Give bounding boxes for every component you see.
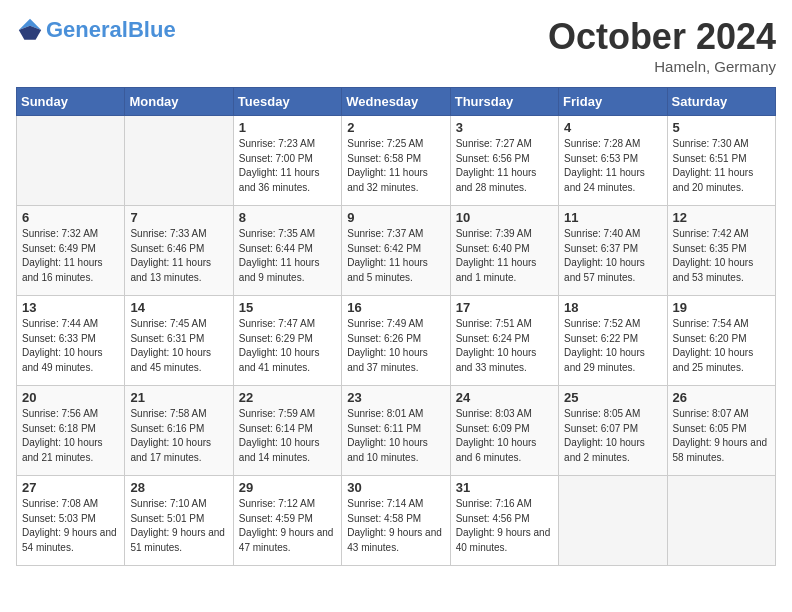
day-info: Sunrise: 7:44 AMSunset: 6:33 PMDaylight:… — [22, 317, 119, 375]
day-cell: 12Sunrise: 7:42 AMSunset: 6:35 PMDayligh… — [667, 206, 775, 296]
weekday-header-thursday: Thursday — [450, 88, 558, 116]
day-info: Sunrise: 7:40 AMSunset: 6:37 PMDaylight:… — [564, 227, 661, 285]
logo: GeneralBlue — [16, 16, 176, 44]
day-number: 16 — [347, 300, 444, 315]
day-cell: 29Sunrise: 7:12 AMSunset: 4:59 PMDayligh… — [233, 476, 341, 566]
day-number: 17 — [456, 300, 553, 315]
day-info: Sunrise: 7:45 AMSunset: 6:31 PMDaylight:… — [130, 317, 227, 375]
day-number: 22 — [239, 390, 336, 405]
day-cell: 10Sunrise: 7:39 AMSunset: 6:40 PMDayligh… — [450, 206, 558, 296]
day-info: Sunrise: 7:12 AMSunset: 4:59 PMDaylight:… — [239, 497, 336, 555]
day-number: 4 — [564, 120, 661, 135]
day-cell: 30Sunrise: 7:14 AMSunset: 4:58 PMDayligh… — [342, 476, 450, 566]
day-cell — [17, 116, 125, 206]
day-cell: 27Sunrise: 7:08 AMSunset: 5:03 PMDayligh… — [17, 476, 125, 566]
logo-blue: Blue — [128, 17, 176, 42]
week-row-1: 1Sunrise: 7:23 AMSunset: 7:00 PMDaylight… — [17, 116, 776, 206]
day-info: Sunrise: 7:54 AMSunset: 6:20 PMDaylight:… — [673, 317, 770, 375]
day-info: Sunrise: 8:03 AMSunset: 6:09 PMDaylight:… — [456, 407, 553, 465]
day-info: Sunrise: 7:27 AMSunset: 6:56 PMDaylight:… — [456, 137, 553, 195]
calendar-table: SundayMondayTuesdayWednesdayThursdayFrid… — [16, 87, 776, 566]
day-cell: 4Sunrise: 7:28 AMSunset: 6:53 PMDaylight… — [559, 116, 667, 206]
day-cell: 22Sunrise: 7:59 AMSunset: 6:14 PMDayligh… — [233, 386, 341, 476]
day-info: Sunrise: 7:59 AMSunset: 6:14 PMDaylight:… — [239, 407, 336, 465]
day-number: 27 — [22, 480, 119, 495]
weekday-header-saturday: Saturday — [667, 88, 775, 116]
day-cell — [125, 116, 233, 206]
day-number: 28 — [130, 480, 227, 495]
logo-general: General — [46, 17, 128, 42]
day-cell: 15Sunrise: 7:47 AMSunset: 6:29 PMDayligh… — [233, 296, 341, 386]
day-cell — [559, 476, 667, 566]
day-number: 26 — [673, 390, 770, 405]
day-number: 24 — [456, 390, 553, 405]
logo-icon — [16, 16, 44, 44]
day-number: 29 — [239, 480, 336, 495]
day-info: Sunrise: 7:33 AMSunset: 6:46 PMDaylight:… — [130, 227, 227, 285]
day-info: Sunrise: 8:07 AMSunset: 6:05 PMDaylight:… — [673, 407, 770, 465]
day-info: Sunrise: 7:47 AMSunset: 6:29 PMDaylight:… — [239, 317, 336, 375]
day-info: Sunrise: 8:05 AMSunset: 6:07 PMDaylight:… — [564, 407, 661, 465]
day-number: 15 — [239, 300, 336, 315]
week-row-2: 6Sunrise: 7:32 AMSunset: 6:49 PMDaylight… — [17, 206, 776, 296]
day-info: Sunrise: 8:01 AMSunset: 6:11 PMDaylight:… — [347, 407, 444, 465]
day-info: Sunrise: 7:30 AMSunset: 6:51 PMDaylight:… — [673, 137, 770, 195]
day-number: 12 — [673, 210, 770, 225]
day-cell: 20Sunrise: 7:56 AMSunset: 6:18 PMDayligh… — [17, 386, 125, 476]
day-cell: 28Sunrise: 7:10 AMSunset: 5:01 PMDayligh… — [125, 476, 233, 566]
day-cell: 31Sunrise: 7:16 AMSunset: 4:56 PMDayligh… — [450, 476, 558, 566]
weekday-header-row: SundayMondayTuesdayWednesdayThursdayFrid… — [17, 88, 776, 116]
day-number: 25 — [564, 390, 661, 405]
day-cell: 18Sunrise: 7:52 AMSunset: 6:22 PMDayligh… — [559, 296, 667, 386]
day-number: 9 — [347, 210, 444, 225]
day-info: Sunrise: 7:10 AMSunset: 5:01 PMDaylight:… — [130, 497, 227, 555]
week-row-5: 27Sunrise: 7:08 AMSunset: 5:03 PMDayligh… — [17, 476, 776, 566]
day-info: Sunrise: 7:49 AMSunset: 6:26 PMDaylight:… — [347, 317, 444, 375]
day-cell: 9Sunrise: 7:37 AMSunset: 6:42 PMDaylight… — [342, 206, 450, 296]
day-number: 1 — [239, 120, 336, 135]
day-info: Sunrise: 7:28 AMSunset: 6:53 PMDaylight:… — [564, 137, 661, 195]
day-number: 6 — [22, 210, 119, 225]
page-header: GeneralBlue October 2024 Hameln, Germany — [16, 16, 776, 75]
day-cell: 23Sunrise: 8:01 AMSunset: 6:11 PMDayligh… — [342, 386, 450, 476]
day-cell: 21Sunrise: 7:58 AMSunset: 6:16 PMDayligh… — [125, 386, 233, 476]
day-number: 11 — [564, 210, 661, 225]
day-cell: 11Sunrise: 7:40 AMSunset: 6:37 PMDayligh… — [559, 206, 667, 296]
day-number: 2 — [347, 120, 444, 135]
day-cell: 3Sunrise: 7:27 AMSunset: 6:56 PMDaylight… — [450, 116, 558, 206]
day-cell: 26Sunrise: 8:07 AMSunset: 6:05 PMDayligh… — [667, 386, 775, 476]
day-cell: 25Sunrise: 8:05 AMSunset: 6:07 PMDayligh… — [559, 386, 667, 476]
day-info: Sunrise: 7:16 AMSunset: 4:56 PMDaylight:… — [456, 497, 553, 555]
day-info: Sunrise: 7:32 AMSunset: 6:49 PMDaylight:… — [22, 227, 119, 285]
month-title: October 2024 — [548, 16, 776, 58]
day-info: Sunrise: 7:08 AMSunset: 5:03 PMDaylight:… — [22, 497, 119, 555]
week-row-4: 20Sunrise: 7:56 AMSunset: 6:18 PMDayligh… — [17, 386, 776, 476]
day-number: 21 — [130, 390, 227, 405]
location: Hameln, Germany — [548, 58, 776, 75]
day-number: 7 — [130, 210, 227, 225]
day-number: 10 — [456, 210, 553, 225]
day-info: Sunrise: 7:56 AMSunset: 6:18 PMDaylight:… — [22, 407, 119, 465]
day-cell: 1Sunrise: 7:23 AMSunset: 7:00 PMDaylight… — [233, 116, 341, 206]
day-cell: 8Sunrise: 7:35 AMSunset: 6:44 PMDaylight… — [233, 206, 341, 296]
day-number: 30 — [347, 480, 444, 495]
day-info: Sunrise: 7:52 AMSunset: 6:22 PMDaylight:… — [564, 317, 661, 375]
weekday-header-tuesday: Tuesday — [233, 88, 341, 116]
day-number: 18 — [564, 300, 661, 315]
day-info: Sunrise: 7:23 AMSunset: 7:00 PMDaylight:… — [239, 137, 336, 195]
day-cell: 19Sunrise: 7:54 AMSunset: 6:20 PMDayligh… — [667, 296, 775, 386]
day-info: Sunrise: 7:51 AMSunset: 6:24 PMDaylight:… — [456, 317, 553, 375]
day-cell: 5Sunrise: 7:30 AMSunset: 6:51 PMDaylight… — [667, 116, 775, 206]
day-number: 19 — [673, 300, 770, 315]
day-number: 8 — [239, 210, 336, 225]
weekday-header-monday: Monday — [125, 88, 233, 116]
day-info: Sunrise: 7:39 AMSunset: 6:40 PMDaylight:… — [456, 227, 553, 285]
weekday-header-friday: Friday — [559, 88, 667, 116]
day-cell: 16Sunrise: 7:49 AMSunset: 6:26 PMDayligh… — [342, 296, 450, 386]
day-cell: 17Sunrise: 7:51 AMSunset: 6:24 PMDayligh… — [450, 296, 558, 386]
day-info: Sunrise: 7:58 AMSunset: 6:16 PMDaylight:… — [130, 407, 227, 465]
day-info: Sunrise: 7:35 AMSunset: 6:44 PMDaylight:… — [239, 227, 336, 285]
day-number: 20 — [22, 390, 119, 405]
day-info: Sunrise: 7:25 AMSunset: 6:58 PMDaylight:… — [347, 137, 444, 195]
weekday-header-sunday: Sunday — [17, 88, 125, 116]
